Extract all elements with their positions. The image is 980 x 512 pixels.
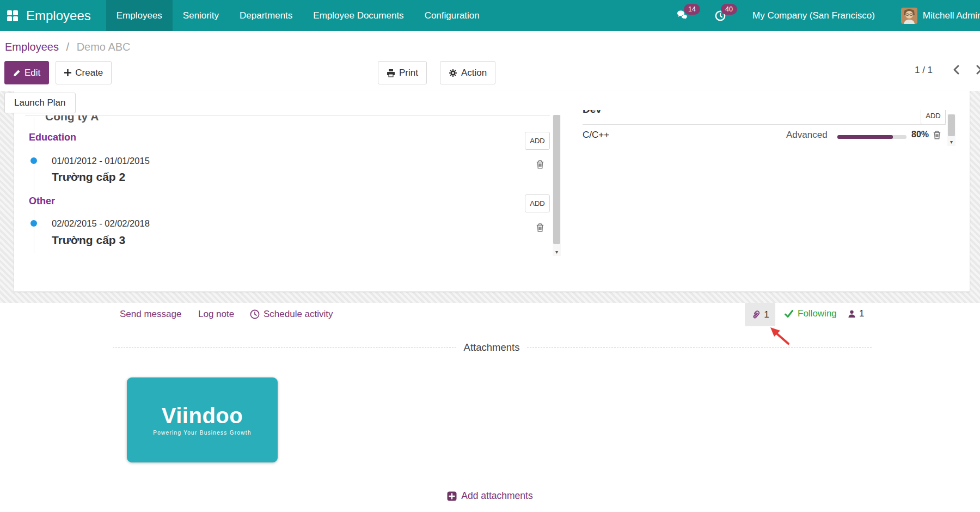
breadcrumb-parent-link[interactable]: Employees xyxy=(5,41,59,53)
skills-add-button[interactable]: ADD xyxy=(921,110,946,125)
viindoo-logo: Viindoo xyxy=(162,405,243,426)
skill-level: Advanced xyxy=(786,130,828,141)
form-view: Launch Plan Công ty A Education ADD 01/0… xyxy=(0,91,980,512)
pencil-icon xyxy=(13,69,21,77)
navbar-systray: 14 40 My Company (San Francisco) xyxy=(676,0,980,31)
resume-clipped-entry: Công ty A xyxy=(25,115,550,125)
attachment-card-viindoo[interactable]: Viindoo Powering Your Business Growth xyxy=(127,377,278,462)
following-button[interactable]: Following xyxy=(785,308,837,319)
skill-name: C/C++ xyxy=(583,130,609,141)
scroll-down-arrow-icon[interactable]: ▾ xyxy=(553,248,561,256)
skills-scrollbar[interactable]: ▾ xyxy=(947,114,955,146)
top-navbar: Employees Employees Seniority Department… xyxy=(0,0,980,31)
timeline-dot xyxy=(30,157,37,164)
edit-button[interactable]: Edit xyxy=(4,61,49,84)
create-button[interactable]: Create xyxy=(56,61,112,84)
other-entry-delete-icon[interactable] xyxy=(535,223,545,233)
menu-item-employee-documents[interactable]: Employee Documents xyxy=(303,0,414,31)
control-panel: Employees / Demo ABC Edit Create xyxy=(0,31,980,92)
attachments-divider-line xyxy=(113,347,456,348)
education-entry-title: Trường cấp 2 xyxy=(52,170,125,184)
user-avatar[interactable] xyxy=(901,8,917,24)
menu-item-departments[interactable]: Departments xyxy=(229,0,303,31)
skill-percent: 80% xyxy=(911,130,929,139)
resume-scrollbar-thumb[interactable] xyxy=(553,115,560,244)
breadcrumb-current: Demo ABC xyxy=(77,41,131,53)
annotation-arrow-icon xyxy=(769,327,792,345)
person-icon xyxy=(848,309,856,318)
user-menu[interactable]: Mitchell Admin xyxy=(923,10,980,21)
scroll-down-arrow-icon[interactable]: ▾ xyxy=(947,138,955,146)
pager-next-button[interactable] xyxy=(973,64,980,76)
other-add-button[interactable]: ADD xyxy=(525,194,550,212)
skill-delete-icon[interactable] xyxy=(932,130,942,140)
launch-plan-button[interactable]: Launch Plan xyxy=(4,93,76,113)
add-attachments-button[interactable]: Add attachments xyxy=(447,490,532,502)
resume-section-education: Education xyxy=(29,132,81,143)
paperclip-icon xyxy=(751,310,761,320)
divider xyxy=(583,124,946,125)
clock-icon xyxy=(250,309,260,319)
skills-scrollbar-thumb[interactable] xyxy=(948,114,955,136)
attachments-divider-label: Attachments xyxy=(462,342,522,353)
skills-panel: Dev ADD C/C++ Advanced 80% xyxy=(583,110,946,164)
messages-count-badge: 14 xyxy=(684,4,700,15)
skill-progress-bar xyxy=(837,135,906,139)
resume-scrollbar[interactable]: ▾ xyxy=(553,115,561,256)
apps-menu-button[interactable] xyxy=(0,0,25,31)
plus-square-icon xyxy=(447,491,457,501)
app-title: Employees xyxy=(25,0,106,31)
followers-button[interactable]: 1 xyxy=(848,308,864,319)
viindoo-tagline: Powering Your Business Growth xyxy=(153,430,252,436)
chatter: Send message Log note Schedule activity xyxy=(0,303,980,512)
resume-section-other: Other xyxy=(29,196,59,207)
pager-previous-button[interactable] xyxy=(951,64,962,76)
messages-button[interactable]: 14 xyxy=(676,9,690,23)
app-window: Employees Employees Seniority Department… xyxy=(0,0,980,512)
attachments-count: 1 xyxy=(764,309,769,320)
menu-item-seniority[interactable]: Seniority xyxy=(173,0,229,31)
company-switcher[interactable]: My Company (San Francisco) xyxy=(752,10,875,21)
menu-item-configuration[interactable]: Configuration xyxy=(414,0,490,31)
attachments-button[interactable]: 1 xyxy=(745,303,775,326)
action-button[interactable]: Action xyxy=(440,61,495,84)
education-add-button[interactable]: ADD xyxy=(525,132,550,150)
log-note-button[interactable]: Log note xyxy=(198,309,234,320)
education-entry-delete-icon[interactable] xyxy=(535,160,545,169)
check-icon xyxy=(785,310,793,318)
breadcrumb-separator: / xyxy=(66,41,70,53)
gear-icon xyxy=(449,69,457,77)
main-menu: Employees Seniority Departments Employee… xyxy=(106,0,490,31)
menu-item-employees[interactable]: Employees xyxy=(106,0,173,31)
apps-grid-icon xyxy=(7,10,19,22)
activities-button[interactable]: 40 xyxy=(713,9,727,23)
skills-clipped-type: Dev xyxy=(583,110,602,116)
activities-count-badge: 40 xyxy=(721,4,737,15)
attachments-divider-line xyxy=(527,347,872,348)
followers-count: 1 xyxy=(859,308,864,319)
printer-icon xyxy=(387,69,395,77)
timeline-dot xyxy=(30,220,37,227)
print-button[interactable]: Print xyxy=(378,61,427,84)
breadcrumb: Employees / Demo ABC xyxy=(5,41,131,53)
plus-icon xyxy=(64,69,71,76)
other-entry-title: Trường cấp 3 xyxy=(52,234,125,247)
education-entry-dates: 01/01/2012 - 01/01/2015 xyxy=(52,156,150,166)
skill-progress-fill xyxy=(837,135,893,139)
pager-counter: 1 / 1 xyxy=(915,65,933,76)
other-entry-dates: 02/02/2015 - 02/02/2018 xyxy=(52,218,150,229)
schedule-activity-button[interactable]: Schedule activity xyxy=(250,309,333,320)
send-message-button[interactable]: Send message xyxy=(120,309,181,320)
